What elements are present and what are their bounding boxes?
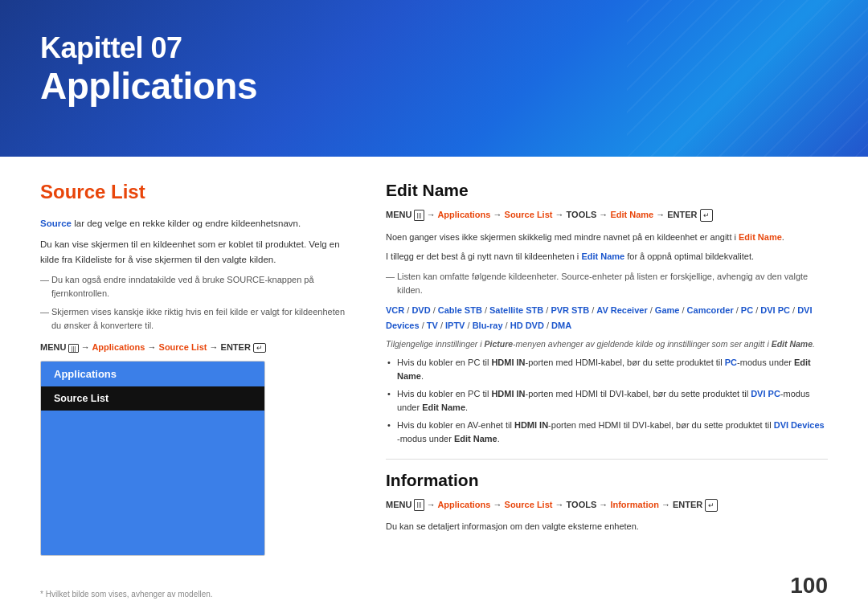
bullet-3: Hvis du kobler en AV-enhet til HDMI IN-p… (386, 419, 828, 446)
source-list-heading: Source List (40, 181, 346, 203)
information-menu-path: MENU ||| → Applications → Source List → … (386, 498, 828, 513)
edit-name-bold2: Edit Name (581, 251, 624, 261)
source-list-para2: Du kan vise skjermen til en kildeenhet s… (40, 237, 346, 267)
edit-name-heading: Edit Name (386, 181, 828, 200)
menu-line-left: MENU ||| → Applications → Source List → … (40, 342, 346, 353)
edit-name-para2: I tillegg er det best å gi nytt navn til… (386, 250, 828, 264)
information-para1: Du kan se detaljert informasjon om den v… (386, 520, 828, 534)
source-bold: Source (40, 219, 72, 228)
main-content: Source List Source lar deg velge en rekk… (0, 157, 868, 613)
bullet-1: Hvis du kobler en PC til HDMI IN-porten … (386, 356, 828, 383)
edit-name-bold1: Edit Name (739, 232, 782, 242)
source-list-para1: Source lar deg velge en rekke kilder og … (40, 216, 346, 231)
section-divider (386, 459, 828, 460)
chapter-label: Kapittel 07 (40, 31, 828, 65)
edit-name-menu-path: MENU ||| → Applications → Source List → … (386, 208, 828, 223)
source-bold2: SOURCE (227, 275, 264, 284)
page-header: Kapittel 07 Applications (0, 0, 868, 157)
app-menu-header: Applications (41, 362, 264, 386)
dash-item-2: Skjermen vises kanskje ikke riktig hvis … (40, 305, 346, 333)
information-heading: Information (386, 471, 828, 490)
right-column: Edit Name MENU ||| → Applications → Sour… (378, 181, 828, 597)
device-links: VCR / DVD / Cable STB / Satellite STB / … (386, 303, 828, 333)
footer-note: * Hvilket bilde som vises, avhenger av m… (40, 590, 213, 599)
edit-name-italic: Tilgjengelige innstillinger i Picture-me… (386, 337, 828, 350)
applications-menu: Applications Source List (40, 361, 265, 556)
chapter-title: Applications (40, 65, 828, 108)
edit-name-dash1: Listen kan omfatte følgende kildeenheter… (386, 270, 828, 297)
bullet-2: Hvis du kobler en PC til HDMI IN-porten … (386, 387, 828, 415)
source-list-para1-text: lar deg velge en rekke kilder og endre k… (74, 219, 301, 228)
edit-name-para1: Noen ganger vises ikke skjermen skikkeli… (386, 231, 828, 245)
left-column: Source List Source lar deg velge en rekk… (40, 181, 346, 597)
app-menu-source-list: Source List (41, 386, 264, 411)
page-number: 100 (790, 573, 828, 599)
app-menu-body (41, 411, 264, 555)
dash-item-1: Du kan også endre inndatakilde ved å bru… (40, 273, 346, 300)
